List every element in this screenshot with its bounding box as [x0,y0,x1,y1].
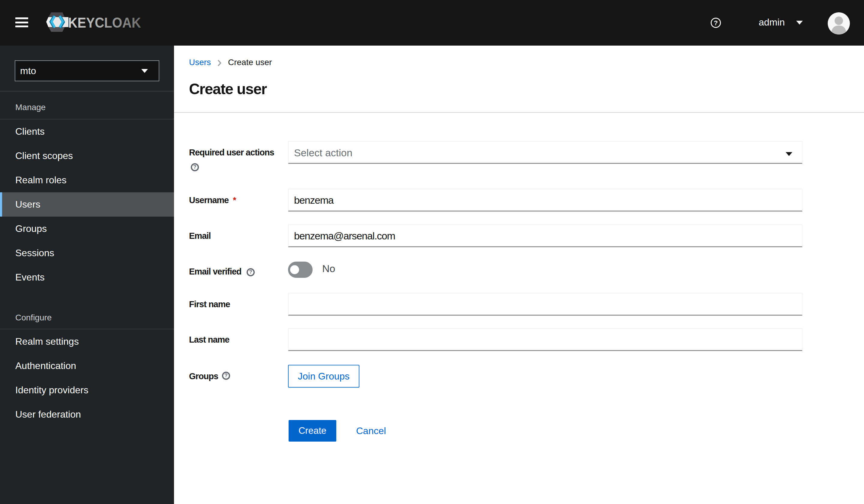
svg-text:?: ? [714,19,718,27]
svg-text:KEYCLOAK: KEYCLOAK [68,15,141,31]
